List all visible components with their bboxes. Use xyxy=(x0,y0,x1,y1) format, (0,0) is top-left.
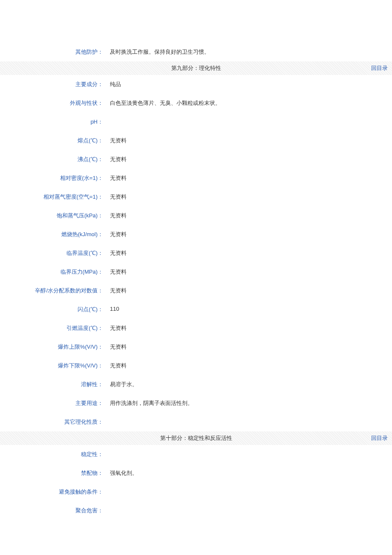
property-label: 其它理化性质： xyxy=(0,418,107,426)
property-label: 相对密度(水=1)： xyxy=(0,174,107,182)
property-row: 饱和蒸气压(kPa)：无资料 xyxy=(0,206,392,225)
property-value: 无资料 xyxy=(107,287,392,295)
property-row: 爆炸上限%(V/V)：无资料 xyxy=(0,338,392,356)
property-label: 溶解性： xyxy=(0,381,107,388)
back-to-toc-link[interactable]: 回目录 xyxy=(371,434,388,442)
property-value: 无资料 xyxy=(107,268,392,276)
property-label: 主要成分： xyxy=(0,81,107,88)
property-label: 避免接触的条件： xyxy=(0,488,107,496)
property-value: 无资料 xyxy=(107,137,392,145)
property-value: 无资料 xyxy=(107,231,392,238)
property-row: 辛醇/水分配系数的对数值：无资料 xyxy=(0,281,392,300)
property-label: 爆炸下限%(V/V)： xyxy=(0,362,107,370)
property-row: 溶解性：易溶于水。 xyxy=(0,375,392,394)
property-row: 燃烧热(kJ/mol)：无资料 xyxy=(0,225,392,244)
property-label: 临界温度(℃)： xyxy=(0,249,107,257)
property-label: 燃烧热(kJ/mol)： xyxy=(0,231,107,238)
property-row: 聚合危害： xyxy=(0,501,392,520)
property-value: 无资料 xyxy=(107,324,392,332)
property-label: 稳定性： xyxy=(0,451,107,458)
property-value: 无资料 xyxy=(107,362,392,370)
property-label: 熔点(℃)： xyxy=(0,137,107,145)
section-title: 第九部分：理化特性 xyxy=(0,64,392,72)
property-label: pH： xyxy=(0,118,107,126)
property-row: 引燃温度(℃)：无资料 xyxy=(0,319,392,338)
property-label: 其他防护： xyxy=(0,48,107,56)
property-label: 禁配物： xyxy=(0,469,107,477)
section-header-9: 第九部分：理化特性 回目录 xyxy=(0,61,392,75)
property-value: 无资料 xyxy=(107,156,392,163)
property-row: 主要成分：纯品 xyxy=(0,75,392,94)
property-label: 沸点(℃)： xyxy=(0,156,107,163)
property-row: 熔点(℃)：无资料 xyxy=(0,131,392,150)
property-label: 引燃温度(℃)： xyxy=(0,324,107,332)
property-label: 饱和蒸气压(kPa)： xyxy=(0,212,107,220)
property-label: 辛醇/水分配系数的对数值： xyxy=(0,287,107,295)
property-row: 爆炸下限%(V/V)：无资料 xyxy=(0,356,392,375)
property-row: pH： xyxy=(0,113,392,131)
property-value: 110 xyxy=(107,306,392,312)
property-value: 易溶于水。 xyxy=(107,381,392,388)
property-label: 爆炸上限%(V/V)： xyxy=(0,343,107,351)
property-value: 白色至淡黄色薄片、无臭、小颗粒或粉末状。 xyxy=(107,99,392,107)
property-row: 外观与性状：白色至淡黄色薄片、无臭、小颗粒或粉末状。 xyxy=(0,94,392,113)
property-label: 聚合危害： xyxy=(0,507,107,515)
property-row: 闪点(℃)：110 xyxy=(0,300,392,319)
property-value: 纯品 xyxy=(107,81,392,88)
property-row: 禁配物：强氧化剂。 xyxy=(0,464,392,483)
property-value: 无资料 xyxy=(107,343,392,351)
property-label: 相对蒸气密度(空气=1)： xyxy=(0,193,107,201)
property-value: 无资料 xyxy=(107,174,392,182)
property-row: 临界温度(℃)：无资料 xyxy=(0,244,392,263)
property-label: 临界压力(MPa)： xyxy=(0,268,107,276)
property-label: 主要用途： xyxy=(0,399,107,407)
back-to-toc-link[interactable]: 回目录 xyxy=(371,64,388,72)
property-row: 其他防护： 及时换洗工作服。保持良好的卫生习惯。 xyxy=(0,43,392,61)
property-label: 外观与性状： xyxy=(0,99,107,107)
section-header-10: 第十部分：稳定性和反应活性 回目录 xyxy=(0,431,392,445)
property-value: 无资料 xyxy=(107,212,392,220)
property-value: 强氧化剂。 xyxy=(107,469,392,477)
property-row: 临界压力(MPa)：无资料 xyxy=(0,263,392,281)
property-value: 用作洗涤剂，阴离子表面活性剂。 xyxy=(107,399,392,407)
property-value: 及时换洗工作服。保持良好的卫生习惯。 xyxy=(107,48,392,56)
property-row: 相对蒸气密度(空气=1)：无资料 xyxy=(0,188,392,206)
property-label: 闪点(℃)： xyxy=(0,306,107,313)
property-row: 沸点(℃)：无资料 xyxy=(0,150,392,169)
property-value: 无资料 xyxy=(107,249,392,257)
property-row: 相对密度(水=1)：无资料 xyxy=(0,169,392,188)
property-row: 避免接触的条件： xyxy=(0,483,392,501)
property-row: 稳定性： xyxy=(0,445,392,464)
property-row: 主要用途：用作洗涤剂，阴离子表面活性剂。 xyxy=(0,394,392,413)
property-value: 无资料 xyxy=(107,193,392,201)
property-row: 其它理化性质： xyxy=(0,413,392,431)
section-title: 第十部分：稳定性和反应活性 xyxy=(0,434,392,442)
